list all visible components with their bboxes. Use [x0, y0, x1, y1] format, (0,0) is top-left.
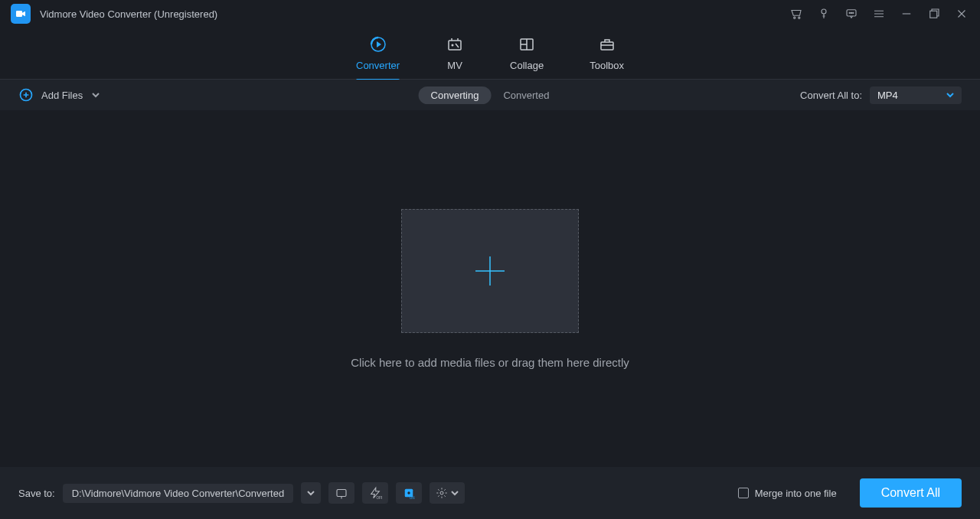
minimize-icon[interactable] — [899, 6, 914, 21]
window-title: Vidmore Video Converter (Unregistered) — [40, 8, 217, 20]
collage-icon — [518, 35, 536, 54]
svg-text:ON: ON — [410, 496, 415, 500]
dropzone[interactable] — [401, 209, 579, 333]
chevron-down-icon — [451, 486, 459, 500]
save-path-value: D:\Vidmore\Vidmore Video Converter\Conve… — [72, 488, 284, 499]
save-to-label: Save to: — [18, 488, 55, 499]
tab-mv[interactable]: MV — [446, 32, 464, 74]
tab-collage-label: Collage — [510, 60, 544, 71]
plus-icon — [472, 253, 508, 289]
svg-point-19 — [407, 491, 411, 495]
svg-text:OFF: OFF — [377, 496, 383, 500]
plus-circle-icon — [18, 87, 34, 103]
svg-point-7 — [853, 12, 854, 13]
svg-point-3 — [822, 9, 826, 14]
svg-point-6 — [851, 12, 851, 13]
open-folder-button[interactable] — [328, 482, 354, 504]
settings-dropdown[interactable] — [430, 482, 465, 504]
maximize-icon[interactable] — [926, 6, 942, 21]
key-icon[interactable] — [816, 6, 831, 21]
svg-point-12 — [452, 44, 454, 47]
cart-icon[interactable] — [789, 6, 804, 21]
menu-icon[interactable] — [871, 6, 887, 21]
app-logo-icon — [11, 4, 31, 24]
svg-point-1 — [794, 17, 795, 18]
converter-icon — [369, 35, 387, 54]
close-icon[interactable] — [954, 6, 969, 21]
convert-all-to-label: Convert All to: — [800, 90, 862, 101]
save-path-field[interactable]: D:\Vidmore\Vidmore Video Converter\Conve… — [63, 484, 293, 503]
status-converting-tab[interactable]: Converting — [419, 86, 492, 104]
svg-point-2 — [799, 17, 800, 18]
tab-mv-label: MV — [447, 60, 462, 71]
chevron-down-icon — [92, 91, 100, 99]
chevron-down-icon — [307, 486, 315, 500]
feedback-icon[interactable] — [844, 6, 859, 21]
add-files-label: Add Files — [41, 90, 83, 101]
hardware-accel-button[interactable]: OFF — [362, 482, 388, 504]
footer: Save to: D:\Vidmore\Vidmore Video Conver… — [0, 467, 980, 519]
titlebar-controls — [789, 6, 969, 21]
svg-point-5 — [849, 12, 850, 13]
svg-rect-8 — [930, 11, 937, 18]
svg-rect-16 — [337, 490, 346, 497]
main-area: Click here to add media files or drag th… — [0, 110, 980, 467]
convert-all-button[interactable]: Convert All — [860, 478, 962, 508]
toolbox-icon — [598, 35, 616, 54]
mv-icon — [446, 35, 464, 54]
tab-converter-label: Converter — [356, 60, 400, 71]
main-nav: Converter MV Collage Toolbox — [0, 28, 980, 80]
svg-rect-0 — [16, 11, 22, 17]
format-value: MP4 — [877, 90, 898, 101]
add-files-button[interactable]: Add Files — [18, 87, 100, 103]
merge-checkbox[interactable]: Merge into one file — [738, 488, 837, 499]
tab-converter[interactable]: Converter — [356, 32, 400, 74]
svg-marker-10 — [377, 41, 381, 47]
tab-collage[interactable]: Collage — [510, 32, 544, 74]
svg-rect-14 — [601, 42, 613, 50]
tab-toolbox-label: Toolbox — [590, 60, 624, 71]
tab-toolbox[interactable]: Toolbox — [590, 32, 624, 74]
checkbox-icon — [738, 488, 749, 498]
chevron-down-icon — [946, 90, 954, 101]
status-tabs: Converting Converted — [419, 86, 562, 104]
titlebar: Vidmore Video Converter (Unregistered) — [0, 0, 980, 28]
save-path-dropdown[interactable] — [301, 482, 321, 504]
format-select[interactable]: MP4 — [870, 86, 962, 104]
dropzone-hint: Click here to add media files or drag th… — [351, 356, 629, 369]
toolbar: Add Files Converting Converted Convert A… — [0, 80, 980, 110]
merge-label: Merge into one file — [755, 488, 837, 499]
status-converted-tab[interactable]: Converted — [491, 86, 561, 104]
svg-rect-11 — [449, 41, 461, 50]
svg-point-21 — [440, 491, 443, 495]
high-speed-button[interactable]: ON — [396, 482, 422, 504]
